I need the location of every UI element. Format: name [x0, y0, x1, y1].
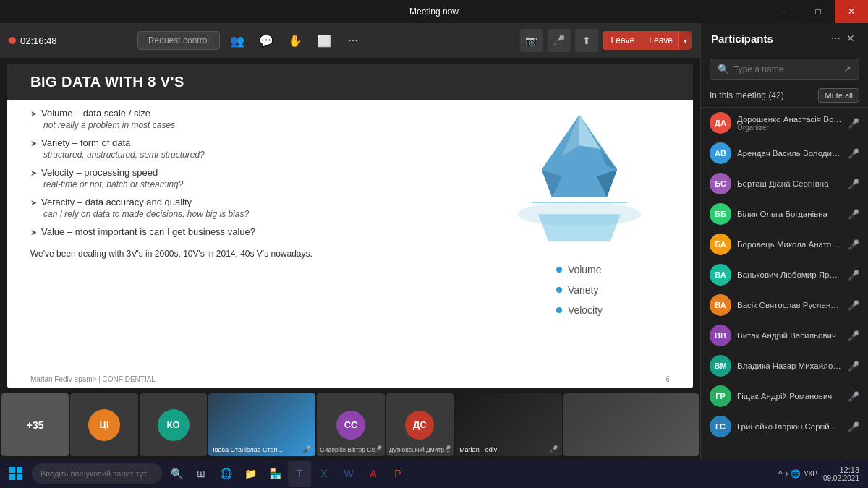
participants-close-btn[interactable]: ✕ [843, 33, 858, 44]
bullet-1-sub: not really a problem in most cases [43, 120, 482, 130]
svg-rect-11 [9, 474, 15, 480]
leave-btn[interactable]: Leave [603, 31, 644, 50]
svg-marker-1 [538, 214, 621, 241]
arrow-icon-1: ➤ [30, 109, 37, 119]
timer-display: 02:16:48 [9, 35, 57, 46]
title-bar: Meeting now ─ □ ✕ [0, 0, 868, 23]
video-thumb-ci[interactable]: ЦІ [70, 393, 137, 456]
taskbar-icon-teams[interactable]: T [288, 461, 311, 487]
participant-item-2[interactable]: БС Берташ Діана Сергіївна 🎤 [701, 168, 868, 199]
svg-rect-9 [9, 467, 15, 473]
avatar-ds: ДС [405, 411, 434, 440]
taskbar: 🔍 ⊞ 🌐 📁 🏪 T X W A P ^ ♪ 🌐 УКР 12:13 09.0… [0, 459, 868, 488]
p-mic-4: 🎤 [848, 239, 859, 250]
bullet-5: ➤ Value – most important is can I get bu… [30, 226, 482, 237]
taskbar-icon-acrobat[interactable]: A [362, 461, 385, 487]
participant-item-6[interactable]: ВА Васік Святослав Русланович 🎤 [701, 290, 868, 320]
p-mic-7: 🎤 [848, 330, 859, 341]
video-thumb-ko[interactable]: КО [140, 393, 207, 456]
arrow-icon-3: ➤ [30, 168, 37, 178]
taskbar-search-input[interactable] [32, 463, 162, 484]
right-bullet-3: Velocity [556, 304, 603, 316]
p-mic-9: 🎤 [848, 391, 859, 402]
taskbar-icon-folder[interactable]: 📁 [239, 461, 262, 487]
window-title: Meeting now [409, 7, 459, 17]
leave-btn-label[interactable]: Leave [643, 31, 678, 50]
p-name-5: Ванькович Любомир Яросл... [737, 270, 842, 279]
participant-item-7[interactable]: ВВ Витак Андрій Васильович 🎤 [701, 320, 868, 351]
slide-title: BIG DATA WITH 8 V'S [30, 74, 184, 90]
window-controls: ─ □ ✕ [768, 0, 868, 23]
request-control-btn[interactable]: Request control [137, 31, 220, 50]
video-thumb-1[interactable]: Іваса Станіслав Степ... 🎤 [208, 393, 315, 456]
p-mic-6: 🎤 [848, 300, 859, 311]
video-thumb-ds[interactable]: ДС Дутковський Дмитро... 🎤 [386, 393, 454, 456]
more-icon-btn[interactable]: ··· [341, 29, 365, 52]
leave-chevron[interactable]: ▾ [678, 31, 692, 50]
p-info-10: Гринейко Іларіон Сергійович [737, 422, 842, 431]
left-area: 02:16:48 Request control 👥 💬 ✋ ⬜ ··· 📷 🎤… [0, 23, 700, 459]
p-info-8: Владика Назар Михайлович [737, 361, 842, 370]
taskbar-icon-word[interactable]: W [337, 461, 360, 487]
avatar-4: БА [710, 234, 731, 255]
taskbar-icon-excel[interactable]: X [312, 461, 336, 487]
avatar-9: ГР [710, 385, 731, 407]
participant-item-10[interactable]: ГС Гринейко Іларіон Сергійович 🎤 [701, 411, 868, 442]
p-info-2: Берташ Діана Сергіївна [737, 179, 842, 188]
avatar-6: ВА [710, 294, 731, 316]
right-bullet-list: Volume Variety Velocity [556, 264, 603, 325]
people-icon-btn[interactable]: 👥 [226, 29, 249, 52]
taskbar-icon-ppt[interactable]: P [386, 461, 409, 487]
participant-item-8[interactable]: ВМ Владика Назар Михайлович 🎤 [701, 351, 868, 381]
toolbar-right: 📷 🎤 ⬆ Leave Leave ▾ [520, 29, 692, 52]
close-btn[interactable]: ✕ [835, 0, 868, 23]
p-mic-3: 🎤 [848, 209, 859, 220]
video-thumb-plus[interactable]: +35 [1, 393, 69, 456]
share-btn[interactable]: ⬆ [575, 29, 598, 52]
taskbar-icon-edge[interactable]: 🌐 [214, 461, 237, 487]
maximize-btn[interactable]: □ [801, 0, 835, 23]
taskbar-icon-search[interactable]: 🔍 [165, 461, 188, 487]
p-name-9: Гіщак Андрій Романович [737, 392, 842, 401]
screen-icon-btn[interactable]: ⬜ [312, 29, 336, 52]
mic-btn[interactable]: 🎤 [548, 29, 571, 52]
mute-all-btn[interactable]: Mute all [818, 88, 859, 103]
forward-icon: ↗ [843, 64, 851, 74]
participant-item-3[interactable]: ББ Білик Ольга Богданівна 🎤 [701, 199, 868, 229]
participant-item-0[interactable]: ДА Дорошенко Анастасія Волод... Organize… [701, 108, 868, 138]
taskbar-icon-widgets[interactable]: ⊞ [190, 461, 213, 487]
minimize-btn[interactable]: ─ [768, 0, 801, 23]
participant-item-1[interactable]: АВ Арендач Василь Володимир... 🎤 [701, 138, 868, 168]
hand-icon-btn[interactable]: ✋ [284, 29, 307, 52]
video-thumb-ss[interactable]: СС Сидоркін Віктор Серг... 🎤 [317, 393, 384, 456]
participant-item-9[interactable]: ГР Гіщак Андрій Романович 🎤 [701, 381, 868, 411]
arrow-icon-4: ➤ [30, 198, 37, 207]
participant-item-4[interactable]: БА Боровець Микола Анатолій... 🎤 [701, 229, 868, 260]
taskbar-right: ^ ♪ 🌐 УКР 12:13 09.02.2021 [778, 466, 865, 482]
mic-icon-v2: 🎤 [549, 445, 558, 453]
avatar-5: ВА [710, 264, 731, 286]
participants-more-btn[interactable]: ··· [828, 32, 843, 45]
timer-text: 02:16:48 [20, 35, 57, 46]
p-info-6: Васік Святослав Русланович [737, 301, 842, 309]
bullet-1: ➤ Volume – data scale / size not really … [30, 108, 482, 130]
bullet-2-main: Variety – form of data [41, 137, 130, 148]
video-thumb-3[interactable] [563, 393, 699, 456]
video-thumb-2[interactable]: Marian Fediv 🎤 [455, 393, 562, 456]
start-btn[interactable] [3, 461, 29, 487]
taskbar-time: 12:13 [823, 466, 859, 474]
p-info-5: Ванькович Любомир Яросл... [737, 270, 842, 279]
camera-btn[interactable]: 📷 [520, 29, 543, 52]
bullet-4-main: Veracity – data accuracy and quality [41, 197, 192, 207]
video-name-1: Іваса Станіслав Степ... [213, 446, 311, 453]
search-input[interactable] [733, 64, 839, 74]
taskbar-icon-store[interactable]: 🏪 [263, 461, 286, 487]
slide-wrapper: BIG DATA WITH 8 V'S ➤ Volume – data scal… [0, 58, 700, 390]
right-bullet-1: Volume [556, 264, 603, 275]
bullet-2: ➤ Variety – form of data structured, uns… [30, 137, 482, 160]
chat-icon-btn[interactable]: 💬 [255, 29, 278, 52]
dot-icon-3 [556, 307, 562, 313]
participant-item-5[interactable]: ВА Ванькович Любомир Яросл... 🎤 [701, 260, 868, 290]
toolbar-center: Request control 👥 💬 ✋ ⬜ ··· [137, 29, 365, 52]
in-meeting-bar: In this meeting (42) Mute all [701, 84, 868, 108]
